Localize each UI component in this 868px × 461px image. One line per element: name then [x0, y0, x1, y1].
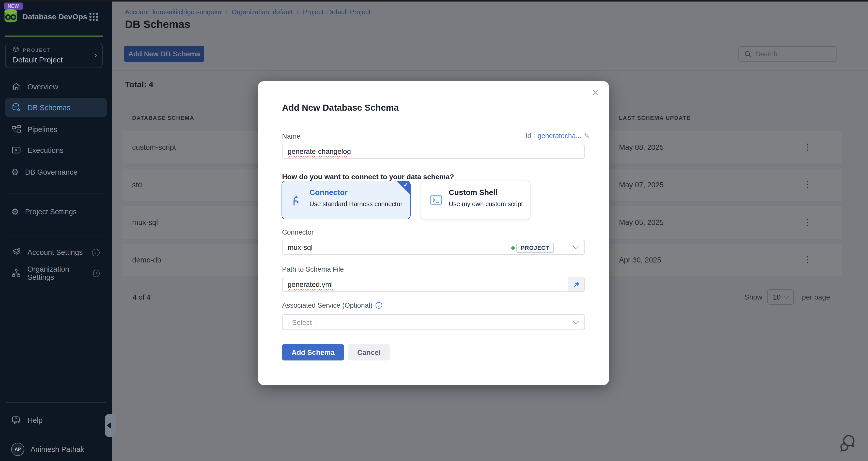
- help-chat-icon: [11, 415, 21, 425]
- project-selector[interactable]: PROJECT Default Project ›: [5, 43, 103, 68]
- avatar: AP: [11, 443, 24, 456]
- path-input-value: generated.yml: [288, 280, 333, 288]
- sidebar-collapse-handle[interactable]: [105, 414, 116, 437]
- database-gear-icon: [11, 103, 21, 113]
- pin-button[interactable]: [568, 277, 584, 291]
- connector-select[interactable]: mux-sql PROJECT: [282, 240, 585, 255]
- chevron-down-icon: [573, 319, 579, 324]
- sidebar-divider: [6, 236, 106, 236]
- gear-icon: ⚙: [11, 168, 19, 176]
- chevron-right-icon: ›: [94, 50, 97, 59]
- chevron-down-icon: [573, 243, 579, 249]
- project-name: Default Project: [13, 55, 63, 64]
- sidebar-item-overview[interactable]: Overview: [5, 77, 107, 96]
- info-icon[interactable]: i: [376, 302, 382, 309]
- custom-shell-option-card[interactable]: Custom Shell Use my own custom script: [421, 181, 531, 219]
- sidebar-item-pipelines[interactable]: Pipelines: [5, 120, 107, 139]
- sidebar-item-project-settings[interactable]: ⚙ Project Settings: [5, 202, 107, 221]
- sidebar-item-label: Pipelines: [27, 125, 57, 134]
- project-scope-label: PROJECT: [23, 47, 51, 53]
- associated-service-select[interactable]: - Select -: [282, 314, 585, 330]
- id-cluster: Id : generatecha... ✎: [525, 132, 590, 140]
- window-top-edge: [0, 0, 868, 2]
- pin-icon: [572, 281, 580, 288]
- sidebar-divider: [6, 193, 106, 193]
- associated-service-label: Associated Service (Optional): [282, 302, 373, 309]
- app-switcher-icon[interactable]: [89, 13, 98, 21]
- connector-option-card[interactable]: ✓ Connector Use standard Harness connect…: [282, 181, 411, 219]
- cube-icon: [13, 46, 19, 52]
- executions-icon: [11, 145, 21, 155]
- sidebar-item-label: Executions: [27, 146, 64, 154]
- connectivity-status-dot: [511, 246, 515, 250]
- sidebar-item-organization-settings[interactable]: Organization Settings i: [5, 264, 107, 283]
- sidebar-item-account-settings[interactable]: Account Settings i: [5, 243, 107, 262]
- sidebar-item-label: Organization Settings: [27, 265, 87, 281]
- connector-value: mux-sql: [288, 243, 313, 251]
- sidebar-item-help[interactable]: Help: [5, 411, 107, 430]
- path-label: Path to Schema File: [282, 266, 344, 273]
- add-schema-modal: × Add New Database Schema Name Id : gene…: [258, 81, 609, 385]
- card-title: Connector: [309, 188, 348, 196]
- edit-pencil-icon[interactable]: ✎: [584, 132, 590, 140]
- layers-gear-icon: [11, 247, 21, 257]
- sidebar-item-label: DB Governance: [25, 168, 78, 176]
- sidebar-item-db-schemas[interactable]: DB Schemas: [5, 98, 107, 117]
- terminal-icon: [429, 194, 443, 207]
- modal-title: Add New Database Schema: [282, 103, 399, 113]
- collapse-arrow-icon: [107, 422, 111, 429]
- service-placeholder: - Select -: [288, 318, 316, 326]
- home-icon: [11, 82, 21, 92]
- connect-question: How do you want to connect to your data …: [282, 173, 454, 181]
- check-icon: ✓: [404, 182, 408, 188]
- user-name: Animesh Pathak: [30, 445, 84, 453]
- associated-service-label-row: Associated Service (Optional) i: [282, 302, 382, 309]
- sidebar: NEW Database DevOps PROJECT Default Proj…: [0, 0, 112, 461]
- pipelines-icon: [11, 124, 21, 135]
- sidebar-divider: [6, 402, 106, 403]
- brand-divider: [5, 36, 103, 37]
- path-input[interactable]: generated.yml: [282, 277, 585, 292]
- app-title: Database DevOps: [22, 12, 87, 21]
- name-input-value: generate-changelog: [288, 147, 351, 155]
- card-description: Use standard Harness connector: [309, 201, 402, 208]
- sidebar-item-label: Account Settings: [27, 248, 83, 256]
- connector-branch-icon: [290, 194, 303, 207]
- support-chat-icon[interactable]: [838, 432, 859, 453]
- id-prefix: Id :: [525, 132, 535, 140]
- user-menu[interactable]: AP Animesh Pathak: [5, 440, 107, 459]
- gear-icon: ⚙: [11, 207, 19, 216]
- id-value-link[interactable]: generatecha...: [538, 132, 582, 140]
- database-devops-logo-icon: [3, 8, 18, 23]
- name-input[interactable]: generate-changelog: [282, 144, 585, 159]
- connector-label: Connector: [282, 228, 314, 236]
- sidebar-item-label: Help: [27, 416, 43, 424]
- sidebar-item-label: Overview: [27, 83, 58, 91]
- sidebar-item-executions[interactable]: Executions: [5, 141, 107, 160]
- screen: NEW Database DevOps PROJECT Default Proj…: [0, 0, 868, 461]
- info-icon[interactable]: i: [92, 249, 100, 256]
- card-title: Custom Shell: [449, 188, 498, 196]
- cancel-button[interactable]: Cancel: [348, 344, 390, 360]
- sidebar-item-db-governance[interactable]: ⚙ DB Governance: [5, 162, 107, 182]
- scope-badge: PROJECT: [516, 243, 554, 253]
- name-label: Name: [282, 133, 300, 140]
- add-schema-button[interactable]: Add Schema: [282, 344, 344, 360]
- card-description: Use my own custom script: [449, 201, 523, 208]
- close-icon[interactable]: ×: [592, 87, 599, 98]
- org-gear-icon: [11, 268, 21, 278]
- sidebar-item-label: Project Settings: [25, 208, 77, 216]
- info-icon[interactable]: i: [93, 269, 100, 277]
- sidebar-item-label: DB Schemas: [27, 104, 70, 112]
